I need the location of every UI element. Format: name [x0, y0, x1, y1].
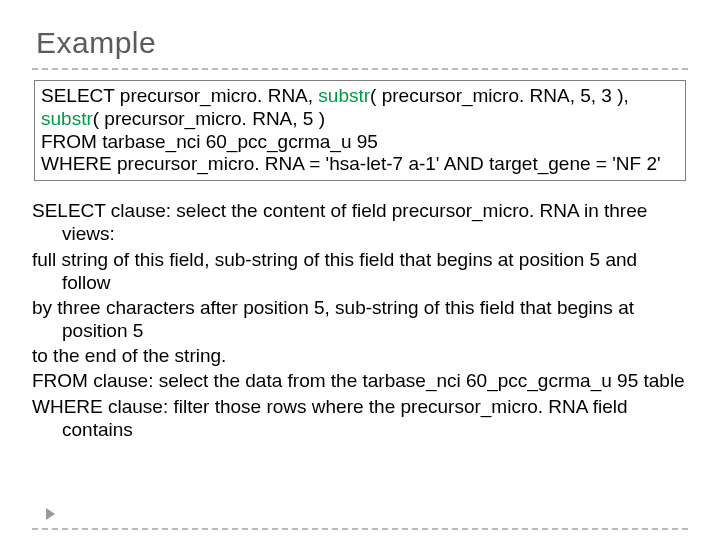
body-line-4: to the end of the string.	[32, 344, 688, 367]
sql-text-a: precursor_micro. RNA,	[115, 85, 319, 106]
slide: Example SELECT precursor_micro. RNA, sub…	[0, 0, 720, 540]
slide-title: Example	[36, 26, 688, 60]
body-line-3: by three characters after position 5, su…	[32, 296, 688, 342]
sql-select-keyword: SELECT	[41, 85, 115, 106]
sql-line-1: SELECT precursor_micro. RNA, substr( pre…	[41, 85, 679, 108]
body-line-2: full string of this field, sub-string of…	[32, 248, 688, 294]
title-divider	[32, 68, 688, 70]
sql-text-c: ( precursor_micro. RNA, 5 )	[93, 108, 325, 129]
sql-from-rest: tarbase_nci 60_pcc_gcrma_u 95	[97, 131, 378, 152]
body-line-1: SELECT clause: select the content of fie…	[32, 199, 688, 245]
sql-text-b: ( precursor_micro. RNA, 5, 3 ),	[370, 85, 629, 106]
sql-line-2: substr( precursor_micro. RNA, 5 )	[41, 108, 679, 131]
sql-from-keyword: FROM	[41, 131, 97, 152]
body-line-5: FROM clause: select the data from the ta…	[32, 369, 688, 392]
sql-line-3: FROM tarbase_nci 60_pcc_gcrma_u 95	[41, 131, 679, 154]
sql-substr-keyword-2: substr	[41, 108, 93, 129]
body-line-6: WHERE clause: filter those rows where th…	[32, 395, 688, 441]
next-arrow-icon[interactable]	[46, 508, 55, 520]
sql-where-keyword: WHERE	[41, 153, 112, 174]
sql-where-rest: precursor_micro. RNA = 'hsa-let-7 a-1' A…	[112, 153, 661, 174]
explanation-text: SELECT clause: select the content of fie…	[32, 199, 688, 441]
sql-substr-keyword-1: substr	[318, 85, 370, 106]
sql-code-box: SELECT precursor_micro. RNA, substr( pre…	[34, 80, 686, 181]
sql-line-4: WHERE precursor_micro. RNA = 'hsa-let-7 …	[41, 153, 679, 176]
footer-divider	[32, 528, 688, 530]
